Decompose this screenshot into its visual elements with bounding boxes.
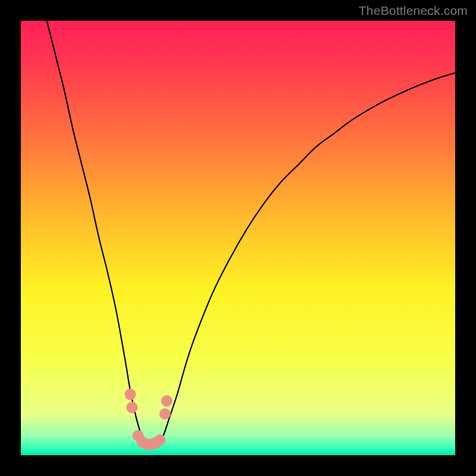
optimal-marker bbox=[159, 408, 171, 419]
optimal-marker bbox=[126, 402, 137, 413]
gradient-background bbox=[21, 21, 455, 455]
optimal-marker bbox=[154, 434, 165, 446]
watermark-text: TheBottleneck.com bbox=[359, 4, 468, 18]
chart-area bbox=[21, 21, 455, 455]
optimal-marker bbox=[124, 389, 136, 400]
bottleneck-chart bbox=[21, 21, 455, 455]
optimal-marker bbox=[161, 395, 173, 406]
